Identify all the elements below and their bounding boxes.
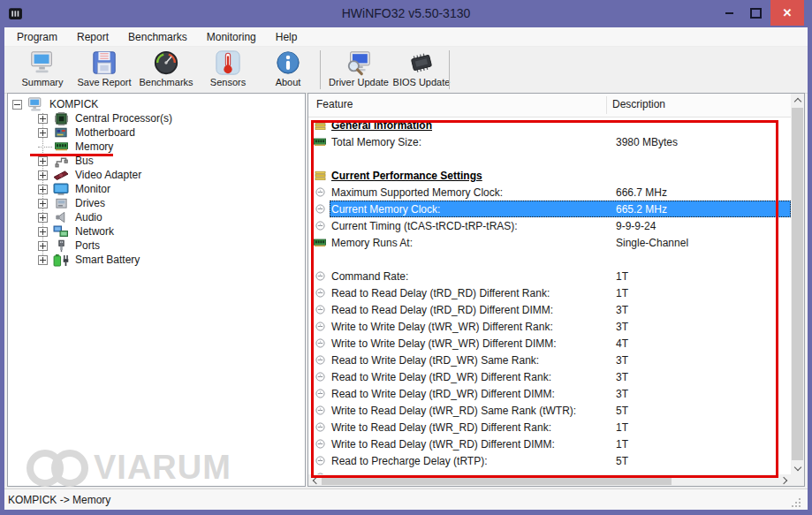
details-row-current-performance-settings[interactable]: Current Performance Settings <box>308 167 791 184</box>
vertical-scroll-thumb[interactable] <box>792 108 803 460</box>
expand-box-icon[interactable] <box>38 213 48 223</box>
toolbar-button-benchmarks[interactable]: Benchmarks <box>137 49 195 90</box>
details-row-write-to-write-delay-twr-wr-different-dimm[interactable]: Write to Write Delay (tWR_WR) Different … <box>308 335 791 352</box>
resize-grip[interactable] <box>792 498 801 507</box>
details-row-write-to-read-delay-twr-rd-different-rank[interactable]: Write to Read Delay (tWR_RD) Different R… <box>308 419 791 435</box>
tree-item-memory[interactable]: Memory <box>8 140 305 154</box>
details-row-current-memory-clock[interactable]: Current Memory Clock:665.2 MHz <box>308 201 791 217</box>
description-value: 666.7 MHz <box>614 186 791 199</box>
tree-item-label: Video Adapter <box>73 169 143 181</box>
tree-item-monitor[interactable]: Monitor <box>8 182 305 196</box>
menu-item-help[interactable]: Help <box>266 27 307 47</box>
details-row-maximum-supported-memory-clock[interactable]: Maximum Supported Memory Clock:666.7 MHz <box>308 184 791 201</box>
clock-icon <box>314 337 326 349</box>
menu-item-benchmarks[interactable]: Benchmarks <box>118 27 197 47</box>
details-row-body: Current Performance Settings <box>330 167 791 184</box>
toolbar-button-label: Summary <box>21 77 63 87</box>
toolbar-button-save-report[interactable]: Save Report <box>75 49 133 90</box>
toolbar-button-driver-update[interactable]: Driver Update <box>326 49 391 90</box>
expand-box-icon[interactable] <box>38 170 48 180</box>
scroll-left-button[interactable] <box>308 474 322 486</box>
column-divider[interactable] <box>606 96 607 114</box>
details-row-read-to-read-delay-trd-rd-different-dimm[interactable]: Read to Read Delay (tRD_RD) Different DI… <box>308 301 791 318</box>
details-row-command-rate[interactable]: Command Rate:1T <box>308 268 791 284</box>
toolbar: SummarySave ReportBenchmarksSensorsAbout… <box>4 47 808 94</box>
vertical-scrollbar[interactable] <box>791 94 804 474</box>
tree-item-network[interactable]: Network <box>8 224 305 239</box>
details-row-write-to-read-delay-twr-rd-same-rank-twtr[interactable]: Write to Read Delay (tWR_RD) Same Rank (… <box>308 402 791 419</box>
feature-label: Read to Write Delay (tRD_WR) Different D… <box>330 388 614 400</box>
details-row-read-to-precharge-delay-trtp[interactable]: Read to Precharge Delay (tRTP):5T <box>308 452 791 469</box>
scroll-down-button[interactable] <box>791 461 804 474</box>
description-value: 3T <box>614 371 791 383</box>
drives-icon <box>52 196 70 210</box>
feature-column-header[interactable]: Feature <box>316 98 353 110</box>
feature-label: Write to Write Delay (tWR_WR) Different … <box>330 337 614 350</box>
toolbar-button-sensors[interactable]: Sensors <box>202 49 254 90</box>
menu-item-program[interactable]: Program <box>7 27 67 47</box>
status-bar: KOMPICK -> Memory <box>4 488 808 510</box>
monitor-icon <box>52 182 70 196</box>
feature-label: Write to Read Delay (tWR_RD) Same Rank (… <box>330 405 614 417</box>
horizontal-scroll-thumb[interactable] <box>322 475 672 485</box>
expand-box-icon[interactable] <box>38 114 48 124</box>
close-icon: ✕ <box>783 7 793 19</box>
description-column-header[interactable]: Description <box>612 98 665 110</box>
collapse-box-icon[interactable] <box>12 100 22 110</box>
system-tree-panel: KOMPICKCentral Processor(s)MotherboardMe… <box>7 93 306 487</box>
feature-label: Read to Write Delay (tRD_WR) Same Rank: <box>330 354 614 367</box>
tree-item-video-adapter[interactable]: Video Adapter <box>8 168 305 182</box>
toolbar-button-bios-update[interactable]: BIOS Update <box>391 49 452 90</box>
details-row-body: Write to Write Delay (tWR_WR) Different … <box>330 335 791 352</box>
expand-box-icon[interactable] <box>38 199 48 208</box>
expand-box-icon[interactable] <box>38 156 48 166</box>
scroll-right-button[interactable] <box>778 474 791 486</box>
expand-box-icon[interactable] <box>38 255 48 265</box>
expand-box-icon[interactable] <box>38 227 48 237</box>
tree-item-audio[interactable]: Audio <box>8 210 305 224</box>
tree-item-drives[interactable]: Drives <box>8 196 305 210</box>
feature-label: Current Performance Settings <box>330 170 614 182</box>
tree-item-ports[interactable]: Ports <box>8 239 305 253</box>
details-row-read-to-write-delay-trd-wr-different-rank[interactable]: Read to Write Delay (tRD_WR) Different R… <box>308 368 791 385</box>
clock-icon <box>314 321 326 332</box>
description-value: Single-Channel <box>614 237 791 249</box>
menu-bar: ProgramReportBenchmarksMonitoringHelp <box>4 27 808 47</box>
tree-item-motherboard[interactable]: Motherboard <box>8 125 305 140</box>
minimize-button[interactable] <box>717 0 740 26</box>
hwinfo-window: HWiNFO32 v5.50-3130 ✕ ProgramReportBench… <box>0 0 812 515</box>
description-value: 5T <box>614 405 791 417</box>
details-row-memory-runs-at[interactable]: Memory Runs At:Single-Channel <box>308 234 791 251</box>
details-row-write-to-read-delay-twr-rd-different-dimm[interactable]: Write to Read Delay (tWR_RD) Different D… <box>308 435 791 452</box>
description-value: 1T <box>614 438 791 451</box>
menu-item-monitoring[interactable]: Monitoring <box>197 27 266 47</box>
scroll-up-button[interactable] <box>791 94 804 107</box>
details-row-read-to-write-delay-trd-wr-same-rank[interactable]: Read to Write Delay (tRD_WR) Same Rank:3… <box>308 352 791 368</box>
toolbar-button-summary[interactable]: Summary <box>17 49 68 90</box>
close-button[interactable]: ✕ <box>770 0 804 26</box>
toolbar-button-about[interactable]: About <box>262 49 314 90</box>
tree-item-smart-battery[interactable]: Smart Battery <box>8 253 305 267</box>
scroll-right-icon <box>779 476 786 483</box>
details-row-total-memory-size[interactable]: Total Memory Size:3980 MBytes <box>308 133 791 150</box>
details-row-current-timing-tcas-trcd-trp-tras[interactable]: Current Timing (tCAS-tRCD-tRP-tRAS):9-9-… <box>308 217 791 234</box>
details-row-read-to-read-delay-trd-rd-different-rank[interactable]: Read to Read Delay (tRD_RD) Different Ra… <box>308 284 791 301</box>
feature-label: Write to Read Delay (tWR_RD) Different D… <box>330 438 614 451</box>
details-row-write-to-write-delay-twr-wr-different-rank[interactable]: Write to Write Delay (tWR_WR) Different … <box>308 318 791 335</box>
tree-item-root[interactable]: KOMPICK <box>8 97 305 111</box>
maximize-button[interactable] <box>744 0 767 26</box>
details-blank-row <box>308 251 791 268</box>
toolbar-separator <box>449 50 450 89</box>
clock-icon <box>314 371 326 382</box>
tree-item-central-processor-s[interactable]: Central Processor(s) <box>8 111 305 125</box>
expand-box-icon[interactable] <box>38 128 48 138</box>
expand-box-icon[interactable] <box>38 241 48 251</box>
feature-label: Read to Read Delay (tRD_RD) Different DI… <box>330 304 614 316</box>
details-row-read-to-write-delay-trd-wr-different-dimm[interactable]: Read to Write Delay (tRD_WR) Different D… <box>308 385 791 402</box>
tree-item-label: Smart Battery <box>73 254 141 266</box>
horizontal-scrollbar[interactable] <box>308 474 791 486</box>
menu-item-report[interactable]: Report <box>67 27 118 47</box>
expand-box-icon[interactable] <box>38 185 48 194</box>
description-value: 1T <box>614 421 791 434</box>
details-row-general-information[interactable]: General information <box>308 117 791 133</box>
